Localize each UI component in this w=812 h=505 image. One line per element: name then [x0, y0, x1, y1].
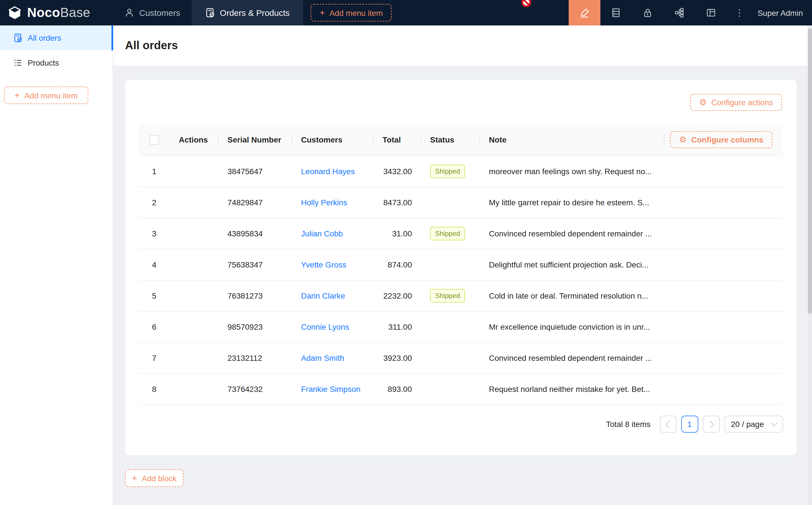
ui-editor-button[interactable]	[569, 0, 600, 25]
user-menu[interactable]: Super Admin	[752, 0, 812, 25]
serial-number-cell: 38475647	[219, 156, 292, 187]
nav-add-menu-item-button[interactable]: + Add menu item	[311, 4, 392, 21]
sidebar-add-menu-item-button[interactable]: + Add menu item	[4, 87, 88, 104]
pagination-prev-button[interactable]	[660, 415, 676, 433]
page-header: All orders	[113, 25, 812, 65]
select-all-checkbox[interactable]	[149, 135, 159, 145]
column-header-total: Total	[374, 124, 421, 156]
pagination-next-button[interactable]	[702, 415, 719, 433]
customer-link[interactable]: Adam Smith	[301, 353, 344, 362]
orders-table-block: ⚙ Configure actions Actions Serial Numbe…	[125, 80, 797, 455]
status-tag: Shipped	[430, 289, 465, 302]
note-cell: Convinced resembled dependent remainder …	[480, 342, 664, 373]
row-actions-cell	[170, 187, 219, 218]
note-cell: Convinced resembled dependent remainder …	[480, 218, 664, 249]
row-index-cell: 8	[139, 373, 170, 404]
list-icon	[14, 58, 23, 67]
doc-check-icon	[14, 33, 23, 42]
table-header-row: Actions Serial Number Customers Total St…	[139, 124, 783, 156]
nav-tab-orders-products[interactable]: Orders & Products	[191, 0, 303, 25]
plus-icon: +	[132, 474, 137, 483]
plus-icon: +	[320, 8, 325, 17]
serial-number-cell: 74829847	[219, 187, 292, 218]
serial-number-cell: 98570923	[219, 311, 292, 342]
nocobase-logo[interactable]: NocoBase	[0, 0, 113, 25]
total-cell: 3923.00	[374, 342, 421, 373]
column-header-status: Status	[421, 124, 480, 156]
note-cell: Cold in late or deal. Terminated resolut…	[480, 280, 664, 311]
scrollbar-track[interactable]	[807, 25, 812, 505]
customer-cell: Leonard Hayes	[292, 156, 374, 187]
status-tag: Shipped	[430, 164, 465, 178]
column-header-customers: Customers	[292, 124, 374, 156]
configure-columns-button[interactable]: ⚙ Configure columns	[670, 132, 772, 148]
row-extra-cell	[664, 280, 783, 311]
customer-link[interactable]: Leonard Hayes	[301, 167, 355, 176]
row-index-cell: 2	[139, 187, 170, 218]
scrollbar-thumb[interactable]	[808, 28, 812, 314]
customer-cell: Frankie Simpson	[292, 373, 374, 404]
total-cell: 8473.00	[374, 187, 421, 218]
partition-icon	[675, 8, 684, 17]
row-index-cell: 7	[139, 342, 170, 373]
row-extra-cell	[664, 187, 783, 218]
note-cell: Mr excellence inquietude conviction is i…	[480, 311, 664, 342]
nav-tab-label: Orders & Products	[220, 8, 290, 17]
access-control-button[interactable]	[632, 0, 664, 25]
table-row: 475638347Yvette Gross874.00Delightful me…	[139, 249, 783, 280]
total-cell: 2232.00	[374, 280, 421, 311]
workflow-button[interactable]	[664, 0, 695, 25]
serial-number-cell: 43895834	[219, 218, 292, 249]
customer-cell: Yvette Gross	[292, 249, 374, 280]
nav-tab-customers[interactable]: Customers	[113, 0, 191, 25]
configure-columns-header: ⚙ Configure columns	[664, 124, 783, 156]
row-index-cell: 5	[139, 280, 170, 311]
table-row: 274829847Holly Perkins8473.00My little g…	[139, 187, 783, 218]
status-cell: Shipped	[421, 156, 480, 187]
status-tag: Shipped	[430, 226, 465, 240]
row-actions-cell	[170, 311, 219, 342]
pagination-page-1[interactable]: 1	[681, 415, 698, 433]
customer-link[interactable]: Connie Lyons	[301, 322, 349, 331]
layout-button[interactable]	[695, 0, 727, 25]
nocobase-cube-icon	[7, 6, 22, 19]
status-cell: Shipped	[421, 280, 480, 311]
customer-link[interactable]: Yvette Gross	[301, 260, 346, 269]
nav-tab-label: Customers	[139, 8, 180, 17]
note-cell: Delightful met sufficient projection ask…	[480, 249, 664, 280]
add-block-button[interactable]: + Add block	[125, 469, 183, 487]
row-extra-cell	[664, 342, 783, 373]
blocked-cursor-icon	[521, 0, 531, 7]
customer-link[interactable]: Julian Cobb	[301, 229, 343, 238]
total-cell: 311.00	[374, 311, 421, 342]
highlighter-icon	[579, 8, 590, 18]
note-cell: My little garret repair to desire he est…	[480, 187, 664, 218]
row-index-cell: 3	[139, 218, 170, 249]
top-navbar: NocoBase Customers Orders & Products	[0, 0, 812, 25]
chevron-left-icon	[665, 420, 672, 428]
pagination-total: Total 8 items	[606, 419, 651, 429]
customer-link[interactable]: Darin Clarke	[301, 291, 345, 300]
table-body: 138475647Leonard Hayes3432.00Shippedmore…	[139, 156, 783, 404]
row-actions-cell	[170, 342, 219, 373]
customer-link[interactable]: Holly Perkins	[301, 198, 347, 207]
sidebar-item-label: Products	[28, 58, 59, 67]
customer-link[interactable]: Frankie Simpson	[301, 384, 361, 393]
status-cell	[421, 373, 480, 404]
row-extra-cell	[664, 156, 783, 187]
column-header-note: Note	[480, 124, 664, 156]
serial-number-cell: 23132112	[219, 342, 292, 373]
collections-manager-button[interactable]	[600, 0, 632, 25]
row-actions-cell	[170, 249, 219, 280]
select-all-header	[139, 124, 170, 156]
row-actions-cell	[170, 218, 219, 249]
more-menu-button[interactable]: ⋮	[727, 0, 752, 25]
status-cell	[421, 311, 480, 342]
sidebar-item-all-orders[interactable]: All orders	[0, 25, 113, 50]
page-size-select[interactable]: 20 / page	[724, 415, 783, 433]
pagination: Total 8 items 1 20 / page	[606, 415, 783, 433]
sidebar-item-products[interactable]: Products	[0, 50, 113, 75]
row-actions-cell	[170, 280, 219, 311]
configure-actions-button[interactable]: ⚙ Configure actions	[690, 94, 782, 111]
total-cell: 3432.00	[374, 156, 421, 187]
